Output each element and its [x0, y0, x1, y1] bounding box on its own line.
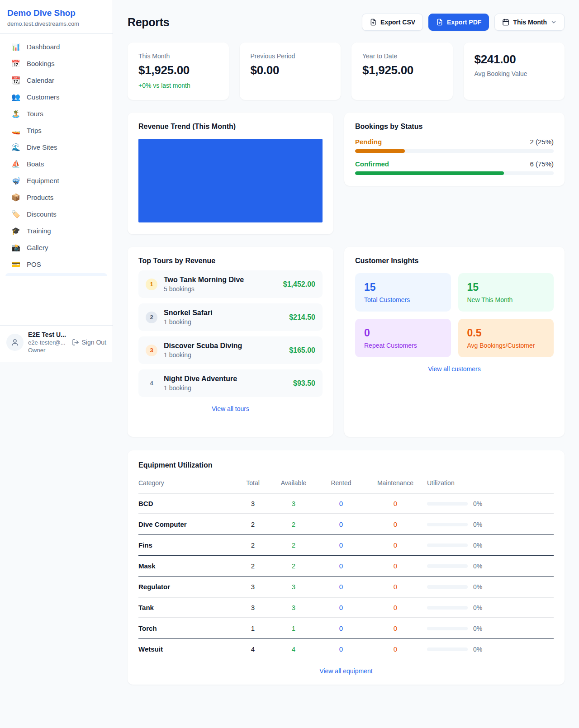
sidebar-item-training[interactable]: 🎓 Training	[5, 222, 108, 239]
sign-out-label: Sign Out	[82, 339, 106, 346]
sidebar-item-label: Calendar	[27, 76, 54, 84]
export-pdf-button[interactable]: Export PDF	[428, 14, 489, 31]
top-tours-title: Top Tours by Revenue	[138, 257, 323, 265]
sidebar-item-label: Products	[27, 194, 53, 201]
cell-maintenance: 0	[364, 541, 427, 549]
progress-track	[355, 149, 554, 153]
equipment-icon: 🤿	[11, 177, 21, 184]
tile-total-customers: 15 Total Customers	[355, 273, 451, 312]
view-all-customers-link[interactable]: View all customers	[428, 365, 480, 373]
rank-badge: 2	[146, 312, 157, 323]
cell-rented: 0	[318, 583, 364, 591]
sidebar-item-calendar[interactable]: 📆 Calendar	[5, 72, 108, 89]
rank-badge: 3	[146, 345, 157, 356]
status-label: Confirmed	[355, 160, 389, 168]
export-csv-button[interactable]: Export CSV	[362, 14, 423, 31]
sidebar-item-boats[interactable]: ⛵ Boats	[5, 156, 108, 172]
user-role: Owner	[28, 347, 67, 354]
sidebar-item-products[interactable]: 📦 Products	[5, 189, 108, 206]
cell-rented: 0	[318, 541, 364, 549]
header-actions: Export CSV Export PDF This Month	[362, 14, 565, 31]
tour-bookings: 1 booking	[164, 318, 283, 326]
cell-maintenance: 0	[364, 500, 427, 507]
utilization-track	[427, 523, 468, 526]
sidebar-item-reports-partial[interactable]	[5, 273, 107, 276]
sidebar-item-label: Training	[27, 227, 51, 235]
status-count: 2 (25%)	[530, 138, 554, 146]
sidebar-item-bookings[interactable]: 📅 Bookings	[5, 55, 108, 72]
tour-name: Night Dive Adventure	[164, 375, 287, 383]
column-header-total: Total	[237, 479, 269, 487]
status-row-confirmed: Confirmed 6 (75%)	[355, 160, 554, 175]
tile-new-this-month: 15 New This Month	[458, 273, 554, 312]
sidebar-item-pos[interactable]: 💳 POS	[5, 256, 108, 273]
utilization-percent: 0%	[473, 542, 482, 549]
revenue-trend-title: Revenue Trend (This Month)	[138, 123, 323, 131]
revenue-trend-chart	[138, 139, 323, 222]
sidebar-item-equipment[interactable]: 🤿 Equipment	[5, 172, 108, 189]
status-row-pending: Pending 2 (25%)	[355, 138, 554, 153]
view-all-tours-link[interactable]: View all tours	[212, 405, 249, 412]
cell-maintenance: 0	[364, 624, 427, 632]
sidebar-nav: 📊 Dashboard 📅 Bookings 📆 Calendar 👥 Cust…	[0, 34, 113, 325]
stat-value: $1,925.00	[138, 63, 218, 77]
boats-icon: ⛵	[11, 161, 21, 168]
sidebar-item-discounts[interactable]: 🏷️ Discounts	[5, 206, 108, 222]
tile-value: 0	[364, 327, 442, 339]
table-row: BCD 3 3 0 0 0%	[138, 493, 554, 514]
bookings-by-status-title: Bookings by Status	[355, 123, 554, 131]
sidebar-item-customers[interactable]: 👥 Customers	[5, 89, 108, 105]
cell-category: Mask	[138, 562, 237, 570]
period-dropdown[interactable]: This Month	[494, 14, 565, 31]
tour-bookings: 1 booking	[164, 384, 287, 392]
stats-row: This Month $1,925.00 +0% vs last month P…	[128, 43, 565, 100]
tile-label: Avg Bookings/Customer	[467, 342, 545, 349]
cell-utilization: 0%	[427, 542, 554, 549]
avatar	[6, 334, 24, 351]
tour-list-item: 2 Snorkel Safari 1 booking $214.50	[138, 303, 323, 331]
cell-rented: 0	[318, 624, 364, 632]
sign-out-icon	[72, 339, 79, 346]
sidebar-item-label: Tours	[27, 110, 43, 118]
utilization-percent: 0%	[473, 625, 482, 632]
sidebar-item-trips[interactable]: 🚤 Trips	[5, 122, 108, 139]
cell-category: Regulator	[138, 583, 237, 591]
page-title: Reports	[128, 16, 169, 29]
equipment-utilization-card: Equipment Utilization Category Total Ava…	[128, 450, 565, 685]
tour-list-item: 4 Night Dive Adventure 1 booking $93.50	[138, 369, 323, 397]
sign-out-button[interactable]: Sign Out	[72, 339, 106, 346]
export-csv-label: Export CSV	[380, 19, 415, 26]
status-count: 6 (75%)	[530, 160, 554, 168]
cell-utilization: 0%	[427, 646, 554, 653]
cell-maintenance: 0	[364, 520, 427, 528]
tile-label: New This Month	[467, 296, 545, 303]
tile-avg-bookings: 0.5 Avg Bookings/Customer	[458, 319, 554, 357]
utilization-track	[427, 564, 468, 568]
cell-total: 2	[237, 520, 269, 528]
tour-bookings: 1 booking	[164, 351, 283, 359]
sidebar-item-tours[interactable]: 🏝️ Tours	[5, 105, 108, 122]
sidebar-item-gallery[interactable]: 📸 Gallery	[5, 239, 108, 256]
table-row: Regulator 3 3 0 0 0%	[138, 577, 554, 597]
cell-available: 4	[269, 645, 318, 653]
cell-available: 3	[269, 500, 318, 507]
cell-maintenance: 0	[364, 562, 427, 570]
stat-label: This Month	[138, 52, 218, 60]
utilization-percent: 0%	[473, 563, 482, 570]
revenue-trend-card: Revenue Trend (This Month)	[128, 113, 333, 234]
status-label: Pending	[355, 138, 382, 146]
column-header-available: Available	[269, 479, 318, 487]
sidebar-item-dashboard[interactable]: 📊 Dashboard	[5, 38, 108, 55]
tour-list-item: 3 Discover Scuba Diving 1 booking $165.0…	[138, 336, 323, 364]
cell-available: 2	[269, 562, 318, 570]
progress-fill	[355, 149, 405, 153]
sidebar-item-dive-sites[interactable]: 🌊 Dive Sites	[5, 139, 108, 156]
main-content: Reports Export CSV Export PDF	[128, 0, 565, 703]
sidebar-item-label: POS	[27, 260, 41, 268]
view-all-equipment-link[interactable]: View all equipment	[319, 667, 372, 675]
sidebar-item-label: Dive Sites	[27, 143, 57, 151]
sidebar-item-label: Discounts	[27, 210, 57, 218]
cell-rented: 0	[318, 562, 364, 570]
cell-rented: 0	[318, 520, 364, 528]
user-email: e2e-tester@...	[28, 339, 67, 346]
